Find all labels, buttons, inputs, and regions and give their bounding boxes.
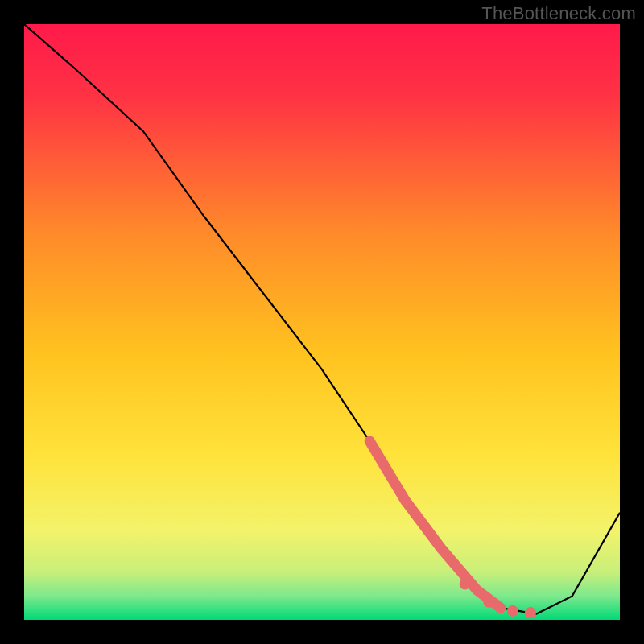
gradient-background [24, 24, 620, 620]
chart-svg [24, 24, 620, 620]
chart-frame: TheBottleneck.com [0, 0, 644, 644]
optimal-point [525, 607, 536, 618]
watermark-text: TheBottleneck.com [481, 3, 636, 24]
optimal-point [507, 605, 518, 617]
plot-area [24, 24, 620, 620]
optimal-point [460, 579, 471, 590]
optimal-point [483, 597, 494, 608]
